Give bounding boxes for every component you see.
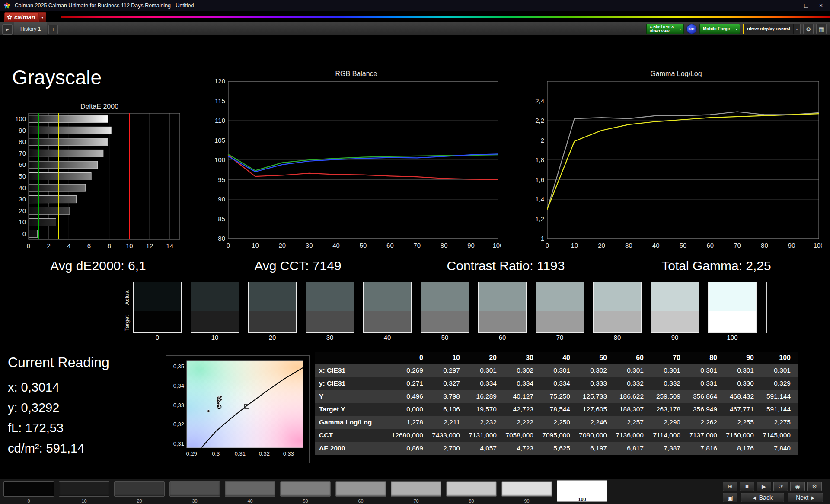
deltae-2000-chart-panel: DeltaE 2000 1009080706050403020100024681… (13, 102, 186, 253)
svg-text:6: 6 (87, 242, 91, 249)
svg-text:60: 60 (19, 161, 26, 168)
svg-text:90: 90 (218, 195, 225, 203)
refresh-icon[interactable]: ⟳ (773, 482, 788, 491)
table-cell: 356,949 (687, 403, 724, 416)
grayscale-swatch-70 (536, 282, 584, 333)
svg-text:30: 30 (625, 242, 632, 249)
table-cell: 7136,000 (614, 429, 651, 442)
svg-text:80: 80 (761, 242, 768, 249)
pattern-level-button-0[interactable] (3, 481, 54, 497)
table-cell: 0,869 (393, 442, 430, 455)
table-cell: 186,622 (614, 390, 651, 403)
pattern-level-label: 40 (225, 498, 275, 504)
fullscreen-button[interactable]: ▣ (723, 493, 737, 502)
tab-history-1[interactable]: History 1 (14, 22, 47, 35)
svg-text:30: 30 (19, 195, 26, 203)
source-selector-button[interactable]: Mobile Forge ▼ (699, 24, 740, 34)
svg-text:4: 4 (67, 242, 70, 249)
table-cell: 263,178 (651, 403, 687, 416)
settings-gear-button[interactable]: ⚙ (803, 24, 814, 34)
close-button[interactable]: × (814, 0, 828, 11)
source-dropdown-icon[interactable]: ▼ (733, 24, 740, 34)
svg-text:50: 50 (19, 172, 26, 180)
play-icon[interactable]: ▶ (757, 482, 771, 491)
pattern-level-button-10[interactable] (59, 481, 109, 497)
table-cell: 7433,000 (430, 429, 467, 442)
table-cell: 75,250 (540, 390, 577, 403)
svg-text:0,31: 0,31 (235, 450, 246, 457)
calman-menu-dropdown[interactable]: ▼ (38, 13, 46, 22)
table-row-label: y: CIE31 (315, 377, 393, 390)
swatch-actual (709, 282, 756, 311)
table-header-label (315, 352, 393, 364)
deltae-bar-chart-svg: 100908070605040302010002468101214 (13, 112, 186, 252)
table-row-label: Gamma Log/Log (315, 416, 393, 429)
add-tab-button[interactable]: + (48, 25, 58, 34)
pattern-level-button-70[interactable] (391, 481, 441, 497)
display-control-dropdown-icon[interactable]: ▼ (793, 24, 800, 34)
reading-x: x: 0,3014 (8, 380, 109, 395)
stop-icon[interactable]: ■ (740, 482, 754, 491)
svg-text:60: 60 (706, 242, 714, 249)
svg-text:120: 120 (214, 79, 225, 85)
table-cell: 7114,000 (651, 429, 687, 442)
svg-text:0,32: 0,32 (173, 421, 184, 427)
table-header-50: 50 (577, 352, 614, 364)
pattern-level-button-90[interactable] (501, 481, 552, 497)
swatch-target (594, 311, 641, 332)
pattern-level-button-60[interactable] (335, 481, 386, 497)
svg-text:2: 2 (541, 137, 544, 144)
swatch-level-label: 10 (191, 334, 239, 341)
gamma-chart-title: Gamma Log/Log (530, 69, 822, 79)
meter-selector-button[interactable]: X-Rite i1Pro 3 Direct View ▼ (646, 24, 684, 34)
swatch-actual (421, 282, 469, 311)
swatch-actual (536, 282, 584, 311)
display-layout-button[interactable]: ▦ (816, 24, 827, 34)
meter-dropdown-icon[interactable]: ▼ (677, 24, 683, 34)
next-icon: ▶ (811, 495, 815, 500)
table-cell: 4,723 (504, 442, 540, 455)
pattern-level-label: 90 (501, 498, 552, 504)
svg-text:90: 90 (467, 242, 475, 249)
maximize-button[interactable]: □ (799, 0, 814, 11)
svg-text:10: 10 (252, 242, 259, 249)
pattern-level-button-80[interactable] (446, 481, 497, 497)
pattern-level-button-30[interactable] (169, 481, 220, 497)
display-control-button[interactable]: Direct Display Control ▼ (743, 24, 801, 34)
pattern-level-button-20[interactable] (114, 481, 165, 497)
table-cell: 2,290 (651, 416, 687, 429)
svg-text:50: 50 (680, 242, 687, 249)
record-icon[interactable]: ◉ (790, 482, 805, 491)
table-cell: 0,496 (393, 390, 430, 403)
table-cell: 7131,000 (467, 429, 504, 442)
swatch-target (421, 311, 469, 332)
table-cell: 0,334 (467, 377, 504, 390)
minimize-button[interactable]: – (784, 0, 799, 11)
table-header-70: 70 (651, 352, 687, 364)
table-cell: 0,334 (504, 377, 540, 390)
table-row-label: Y (315, 390, 393, 403)
display-control-label: Direct Display Control (747, 26, 790, 31)
calman-logo-button[interactable]: calman ▼ (4, 12, 46, 22)
pattern-control-bar: ⊞■▶⟳◉⚙ ▣ ◀ Back Next ▶ 01020304050607080… (0, 479, 830, 504)
swatch-actual (651, 282, 699, 311)
gamma-chart-plot: 11,21,41,61,822,22,401020304050607080901… (530, 79, 822, 252)
svg-text:100: 100 (15, 115, 26, 122)
meter-name: X-Rite i1Pro 3 (650, 25, 674, 29)
back-button[interactable]: ◀ Back (741, 493, 784, 502)
grayscale-swatch-90 (651, 282, 699, 333)
svg-text:95: 95 (218, 176, 225, 183)
table-cell: 2,232 (467, 416, 504, 429)
pattern-window-icon[interactable]: ⊞ (723, 482, 737, 491)
pattern-level-button-40[interactable] (225, 481, 275, 497)
next-button[interactable]: Next ▶ (788, 493, 823, 502)
svg-text:60: 60 (386, 242, 394, 249)
history-expand-button[interactable]: ▶ (2, 24, 13, 35)
settings-icon[interactable]: ⚙ (807, 482, 822, 491)
table-cell: 7058,000 (504, 429, 540, 442)
svg-text:1,6: 1,6 (535, 176, 544, 183)
pattern-level-button-50[interactable] (280, 481, 331, 497)
table-cell: 42,723 (504, 403, 540, 416)
table-row-label: ΔE 2000 (315, 442, 393, 455)
swatch-actual (249, 282, 296, 311)
